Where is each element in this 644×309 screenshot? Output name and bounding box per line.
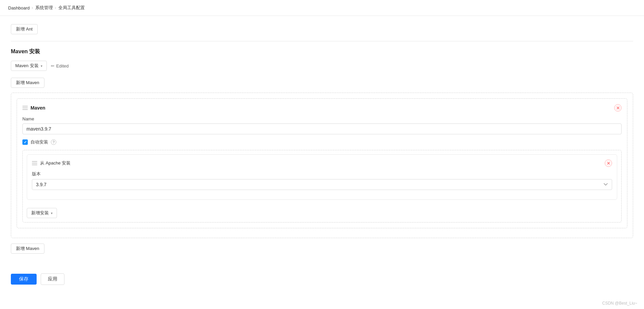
- maven-dropdown-button[interactable]: Maven 安装 ▾: [11, 61, 47, 71]
- maven-card-title: Maven: [31, 105, 45, 111]
- breadcrumb: Dashboard › 系统管理 › 全局工具配置: [0, 0, 644, 16]
- version-select[interactable]: 3.9.7 3.9.6 3.9.5 3.8.8 3.6.3: [32, 179, 612, 190]
- install-card-header: 从 Apache 安装 ✕: [32, 159, 612, 167]
- add-maven-button-top[interactable]: 新增 Maven: [11, 78, 44, 88]
- help-icon[interactable]: ?: [51, 139, 56, 145]
- name-label: Name: [22, 116, 622, 121]
- drag-handle[interactable]: [22, 106, 28, 110]
- apply-button[interactable]: 应用: [41, 273, 64, 285]
- name-form-group: Name: [22, 116, 622, 134]
- maven-section-title: Maven 安装: [11, 48, 633, 55]
- maven-dropdown-label: Maven 安装: [15, 63, 39, 69]
- chevron-down-icon: ▾: [41, 64, 42, 68]
- add-install-button[interactable]: 新增安装 ▾: [27, 208, 57, 218]
- add-ant-button[interactable]: 新增 Ant: [11, 24, 38, 34]
- edited-label: Edited: [56, 63, 69, 69]
- name-input[interactable]: [22, 123, 622, 134]
- breadcrumb-dashboard[interactable]: Dashboard: [8, 5, 30, 11]
- breadcrumb-sep-1: ›: [32, 5, 33, 10]
- add-install-label: 新增安装: [31, 210, 49, 216]
- auto-install-label: 自动安装: [31, 139, 48, 145]
- bottom-actions: 保存 应用: [11, 267, 633, 285]
- install-area-wrapper: 从 Apache 安装 ✕ 版本 3.9.7 3.9.6 3.9.5 3.8: [22, 150, 622, 223]
- maven-card-header-left: Maven: [22, 105, 45, 111]
- version-form-group: 版本 3.9.7 3.9.6 3.9.5 3.8.8 3.6.3: [32, 171, 612, 190]
- main-content: 新增 Ant Maven 安装 Maven 安装 ▾ ✏ Edited 新增 M…: [0, 16, 644, 309]
- breadcrumb-sep-2: ›: [55, 5, 56, 10]
- maven-card-close-button[interactable]: ✕: [614, 104, 622, 112]
- edited-badge: ✏ Edited: [51, 63, 69, 69]
- maven-items-area: Maven ✕ Name 自动安装 ?: [11, 93, 633, 238]
- breadcrumb-system[interactable]: 系统管理: [35, 5, 53, 11]
- pencil-icon: ✏: [51, 63, 55, 69]
- maven-card: Maven ✕ Name 自动安装 ?: [17, 98, 627, 228]
- maven-card-header: Maven ✕: [22, 104, 622, 112]
- auto-install-row: 自动安装 ?: [22, 139, 622, 145]
- add-maven-button-bottom[interactable]: 新增 Maven: [11, 244, 44, 254]
- maven-section-header: Maven 安装 ▾ ✏ Edited: [11, 61, 633, 71]
- maven-section: Maven 安装 Maven 安装 ▾ ✏ Edited 新增 Maven: [11, 48, 633, 258]
- breadcrumb-current: 全局工具配置: [58, 5, 85, 11]
- auto-install-checkbox[interactable]: [22, 139, 28, 145]
- install-card-close-button[interactable]: ✕: [605, 159, 612, 167]
- install-card-header-left: 从 Apache 安装: [32, 160, 71, 166]
- version-label: 版本: [32, 171, 612, 177]
- add-install-chevron-icon: ▾: [51, 211, 53, 215]
- install-drag-handle[interactable]: [32, 161, 37, 165]
- ant-section: 新增 Ant: [11, 24, 633, 41]
- save-button[interactable]: 保存: [11, 274, 37, 285]
- install-card-title: 从 Apache 安装: [40, 160, 71, 166]
- install-card: 从 Apache 安装 ✕ 版本 3.9.7 3.9.6 3.9.5 3.8: [27, 154, 617, 200]
- footer-text: CSDN @Best_Liu~: [602, 301, 637, 306]
